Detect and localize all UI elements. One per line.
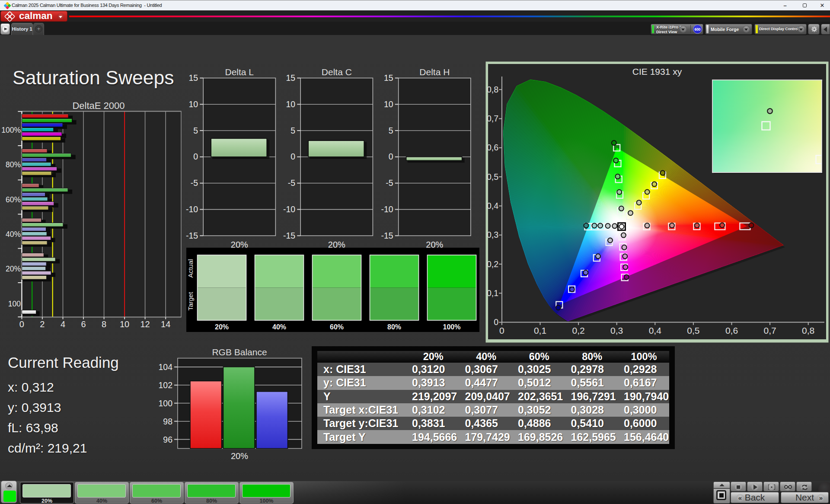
svg-text:0,6: 0,6 <box>487 143 498 152</box>
svg-text:0: 0 <box>499 325 504 335</box>
svg-text:0: 0 <box>494 317 498 327</box>
svg-text:0,4: 0,4 <box>487 201 498 211</box>
svg-text:0,8: 0,8 <box>487 85 498 94</box>
svg-text:0,7: 0,7 <box>763 325 776 335</box>
svg-text:0,6: 0,6 <box>725 325 738 335</box>
svg-text:0,8: 0,8 <box>802 325 814 335</box>
svg-text:0,4: 0,4 <box>649 325 662 335</box>
svg-text:0,5: 0,5 <box>687 325 699 335</box>
svg-text:0,2: 0,2 <box>487 259 498 269</box>
svg-text:CIE 1931 xy: CIE 1931 xy <box>632 67 682 77</box>
svg-text:0,3: 0,3 <box>610 325 623 335</box>
svg-text:0,3: 0,3 <box>487 230 498 239</box>
svg-text:0,2: 0,2 <box>572 325 584 335</box>
svg-text:0,1: 0,1 <box>534 325 546 335</box>
svg-text:0,7: 0,7 <box>487 114 498 123</box>
svg-text:0,5: 0,5 <box>487 172 498 182</box>
svg-text:0,1: 0,1 <box>487 288 498 298</box>
